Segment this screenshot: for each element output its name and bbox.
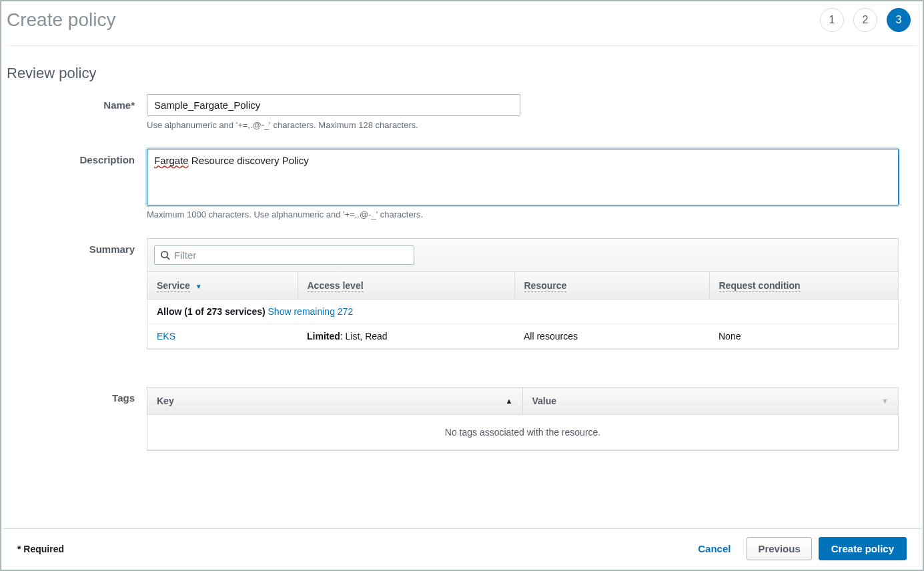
resource-cell: All resources: [514, 324, 709, 349]
description-hint: Maximum 1000 characters. Use alphanumeri…: [147, 209, 901, 219]
tags-key-header[interactable]: Key ▲: [147, 388, 523, 414]
col-request-condition[interactable]: Request condition: [709, 272, 898, 300]
search-icon: [160, 250, 170, 260]
tags-box: Key ▲ Value ▼ No tags associated with th…: [147, 387, 899, 451]
name-input[interactable]: [147, 94, 520, 116]
required-note: * Required: [17, 544, 64, 554]
show-remaining-link[interactable]: Show remaining 272: [268, 306, 354, 317]
previous-button[interactable]: Previous: [747, 537, 811, 560]
section-title: Review policy: [7, 65, 917, 82]
summary-label: Summary: [7, 238, 147, 350]
footer-bar: * Required Cancel Previous Create policy: [3, 528, 921, 568]
tags-value-header[interactable]: Value ▼: [523, 388, 899, 414]
sort-down-icon: ▼: [881, 397, 889, 405]
filter-input-wrap[interactable]: [154, 245, 414, 265]
filter-input[interactable]: [174, 249, 408, 261]
tags-label: Tags: [7, 387, 147, 451]
step-2[interactable]: 2: [853, 8, 877, 32]
allow-text: Allow (1 of 273 services): [157, 306, 268, 317]
step-3[interactable]: 3: [887, 8, 911, 32]
col-service[interactable]: Service ▼: [147, 272, 298, 300]
sort-up-icon: ▲: [506, 397, 513, 405]
request-condition-cell: None: [709, 324, 898, 349]
cancel-button[interactable]: Cancel: [688, 538, 740, 560]
summary-box: Service ▼ Access level Resource Request …: [147, 238, 899, 350]
stepper: 1 2 3: [820, 8, 911, 32]
name-hint: Use alphanumeric and '+=,.@-_' character…: [147, 120, 901, 130]
svg-point-0: [161, 251, 167, 257]
description-label: Description: [7, 149, 147, 234]
service-link[interactable]: EKS: [157, 331, 175, 342]
summary-filter-bar: [147, 239, 898, 272]
name-label: Name*: [7, 94, 147, 145]
create-policy-button[interactable]: Create policy: [819, 537, 907, 560]
allow-row: Allow (1 of 273 services) Show remaining…: [147, 300, 898, 324]
tags-empty-text: No tags associated with the resource.: [147, 415, 898, 450]
step-1[interactable]: 1: [820, 8, 844, 32]
access-level-rest: : List, Read: [340, 331, 388, 342]
col-resource[interactable]: Resource: [514, 272, 709, 300]
summary-table: Service ▼ Access level Resource Request …: [147, 272, 898, 349]
page-title: Create policy: [7, 9, 115, 31]
sort-caret-down-icon: ▼: [195, 283, 202, 290]
table-row: EKS Limited: List, Read All resources No…: [147, 324, 898, 349]
svg-line-1: [167, 257, 169, 259]
access-level-strong: Limited: [307, 331, 340, 342]
description-input[interactable]: Fargate Resource discovery Policy: [147, 149, 899, 205]
col-access-level[interactable]: Access level: [298, 272, 514, 300]
